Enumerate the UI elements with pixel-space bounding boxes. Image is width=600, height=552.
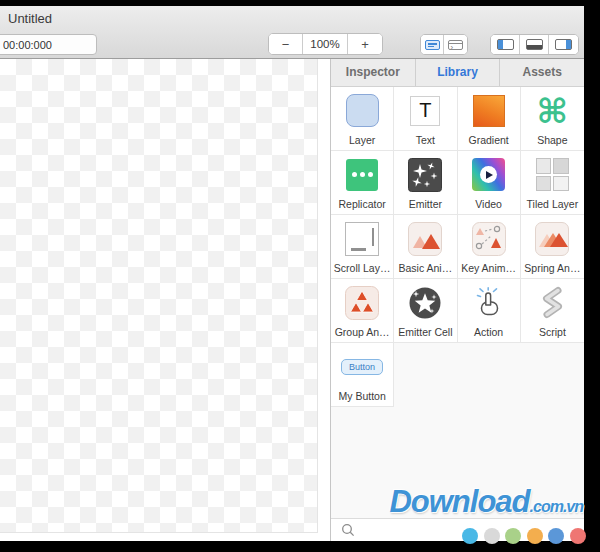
- screen: Untitled − 100% +: [0, 0, 600, 552]
- emitter-icon: [408, 151, 442, 198]
- library-item-replicator[interactable]: Replicator: [331, 151, 394, 215]
- basic-animation-icon: [408, 215, 442, 262]
- search-icon: [341, 523, 355, 537]
- right-sidebar-icon: [555, 39, 572, 50]
- library-item-key-animation[interactable]: Key Anim…: [458, 215, 521, 279]
- watermark-suffix: .com.vn: [530, 498, 583, 515]
- left-sidebar-icon: [497, 39, 514, 50]
- library-item-tiled-layer[interactable]: Tiled Layer: [521, 151, 584, 215]
- layer-icon: [346, 87, 379, 134]
- shape-command-icon: ⌘: [537, 87, 569, 134]
- zoom-out-button[interactable]: −: [269, 34, 303, 54]
- emitter-cell-icon: [407, 279, 443, 326]
- item-label: Gradient: [468, 134, 508, 146]
- library-item-emitter[interactable]: Emitter: [394, 151, 457, 215]
- library-item-my-button[interactable]: Button My Button: [331, 343, 394, 407]
- item-label: Basic Ani…: [399, 262, 453, 274]
- window-title: Untitled: [8, 6, 52, 32]
- action-tap-hand-icon: [473, 279, 505, 326]
- scroll-layer-icon: [345, 215, 379, 262]
- my-button-icon: Button: [341, 343, 383, 390]
- library-item-basic-animation[interactable]: Basic Ani…: [394, 215, 457, 279]
- item-label: Key Anim…: [461, 262, 516, 274]
- footer-dot: [570, 528, 586, 544]
- toggle-left-sidebar-button[interactable]: [491, 35, 520, 54]
- item-label: Emitter Cell: [398, 326, 452, 338]
- library-item-scroll-layer[interactable]: Scroll Lay…: [331, 215, 394, 279]
- library-item-emitter-cell[interactable]: Emitter Cell: [394, 279, 457, 343]
- gradient-icon: [473, 87, 505, 134]
- timeline-view-button[interactable]: [421, 35, 444, 54]
- panel-toggle-control: [490, 34, 579, 55]
- library-item-spring-animation[interactable]: Spring An…: [521, 215, 584, 279]
- item-label: Video: [475, 198, 502, 210]
- bottom-panel-icon: [526, 39, 543, 50]
- item-label: Replicator: [338, 198, 385, 210]
- library-item-layer[interactable]: Layer: [331, 87, 394, 151]
- tab-inspector[interactable]: Inspector: [331, 59, 416, 86]
- console-view-button[interactable]: [444, 35, 467, 54]
- item-label: Shape: [537, 134, 567, 146]
- group-animation-icon: [345, 279, 379, 326]
- toggle-bottom-panel-button[interactable]: [520, 35, 549, 54]
- tab-assets[interactable]: Assets: [500, 59, 584, 86]
- footer-dot: [462, 528, 478, 544]
- canvas-area[interactable]: [0, 59, 330, 541]
- script-icon: [539, 279, 566, 326]
- console-icon: [448, 40, 463, 50]
- library-item-text[interactable]: T Text: [394, 87, 457, 151]
- video-icon: [472, 151, 505, 198]
- item-label: Scroll Lay…: [334, 262, 391, 274]
- key-animation-icon: [472, 215, 506, 262]
- footer-dot: [484, 528, 500, 544]
- footer-dot: [505, 528, 521, 544]
- footer-dot: [527, 528, 543, 544]
- tiled-layer-icon: [536, 151, 569, 198]
- item-label: Group An…: [335, 326, 390, 338]
- timeline-icon: [425, 40, 440, 50]
- library-item-group-animation[interactable]: Group An…: [331, 279, 394, 343]
- item-label: My Button: [338, 390, 385, 402]
- footer-dots: [462, 528, 586, 544]
- watermark: Download.com.vn: [389, 484, 583, 520]
- item-label: Tiled Layer: [527, 198, 579, 210]
- library-item-script[interactable]: Script: [521, 279, 584, 343]
- item-label: Script: [539, 326, 566, 338]
- toggle-right-sidebar-button[interactable]: [549, 35, 578, 54]
- replicator-icon: [346, 151, 378, 198]
- item-label: Layer: [349, 134, 375, 146]
- zoom-level[interactable]: 100%: [303, 34, 348, 54]
- tab-library[interactable]: Library: [416, 59, 501, 86]
- watermark-brand: Download: [389, 484, 529, 519]
- zoom-control: − 100% +: [268, 33, 383, 55]
- spring-animation-icon: [535, 215, 569, 262]
- right-panel: Inspector Library Assets Layer T Text: [330, 59, 584, 541]
- titlebar: Untitled − 100% +: [0, 6, 584, 59]
- library-grid: Layer T Text Gradient ⌘ Shap: [331, 87, 584, 407]
- item-label: Emitter: [409, 198, 442, 210]
- main-content: Inspector Library Assets Layer T Text: [0, 59, 584, 541]
- editor-view-toggle: [420, 34, 468, 55]
- text-icon: T: [410, 87, 440, 134]
- app-window: Untitled − 100% +: [0, 6, 584, 541]
- panel-tabbar: Inspector Library Assets: [331, 59, 584, 87]
- item-label: Text: [416, 134, 435, 146]
- item-label: Spring An…: [524, 262, 580, 274]
- zoom-in-button[interactable]: +: [348, 34, 382, 54]
- library-item-shape[interactable]: ⌘ Shape: [521, 87, 584, 151]
- item-label: Action: [474, 326, 503, 338]
- library-item-gradient[interactable]: Gradient: [458, 87, 521, 151]
- timecode-input[interactable]: [0, 34, 97, 55]
- footer-dot: [548, 528, 564, 544]
- library-item-video[interactable]: Video: [458, 151, 521, 215]
- library-item-action[interactable]: Action: [458, 279, 521, 343]
- canvas-transparency-checkerboard[interactable]: [0, 59, 318, 533]
